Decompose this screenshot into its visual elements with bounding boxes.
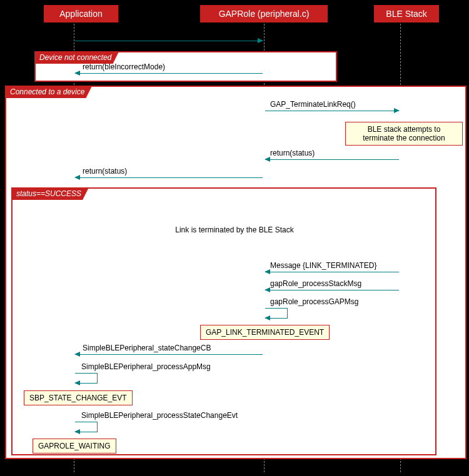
label-return-status2: return(status): [83, 167, 127, 176]
arrow-process-stack: [265, 290, 399, 290]
label-process-state: SimpleBLEPeripheral_processStateChangeEv…: [81, 411, 238, 420]
note-sbp-state: SBP_STATE_CHANGE_EVT: [24, 390, 133, 405]
arrow-return-incorrect: [75, 73, 263, 74]
arrow-state-change-cb: [75, 354, 263, 355]
note-ble-attempts: BLE stack attempts to terminate the conn…: [345, 122, 463, 146]
participant-ble-stack: BLE Stack: [374, 5, 439, 22]
participant-gaprole: GAPRole (peripheral.c): [200, 5, 328, 22]
center-text-link-terminated: Link is terminated by the BLE Stack: [0, 226, 469, 234]
note-ble-attempts-line2: terminate the connection: [363, 134, 445, 142]
self-arrow-process-app: [75, 373, 98, 384]
note-gaprole-waiting: GAPROLE_WAITING: [33, 439, 116, 454]
label-process-stack: gapRole_processStackMsg: [270, 279, 361, 288]
arrow-app-to-gaprole-init: [75, 41, 263, 41]
arrow-return-status2: [75, 177, 263, 178]
note-ble-attempts-line1: BLE stack attempts to: [368, 125, 441, 134]
group-tab-connected: Connected to a device: [5, 86, 92, 98]
group-device-not-connected: Device not connected: [34, 51, 337, 82]
label-process-app: SimpleBLEPeripheral_processAppMsg: [81, 362, 211, 371]
label-process-gap: gapRole_processGAPMsg: [270, 297, 358, 306]
arrow-return-status1: [265, 159, 399, 160]
arrow-link-terminated: [265, 272, 399, 272]
self-arrow-process-gap: [265, 308, 288, 319]
participant-application: Application: [44, 5, 118, 22]
group-tab-not-connected: Device not connected: [34, 51, 119, 64]
label-terminate-link: GAP_TerminateLinkReq(): [270, 100, 356, 109]
note-link-term-event: GAP_LINK_TERMINATED_EVENT: [200, 325, 330, 340]
arrow-terminate-link: [265, 111, 399, 111]
label-link-terminated-msg: Message {LINK_TERMINATED}: [270, 261, 377, 270]
self-arrow-process-state: [75, 422, 98, 432]
label-return-incorrect: return(bleIncorrectMode): [83, 62, 165, 71]
group-tab-success: status==SUCCESS: [11, 187, 89, 200]
label-state-change-cb: SimpleBLEPeripheral_stateChangeCB: [83, 344, 211, 352]
label-return-status1: return(status): [270, 149, 315, 157]
